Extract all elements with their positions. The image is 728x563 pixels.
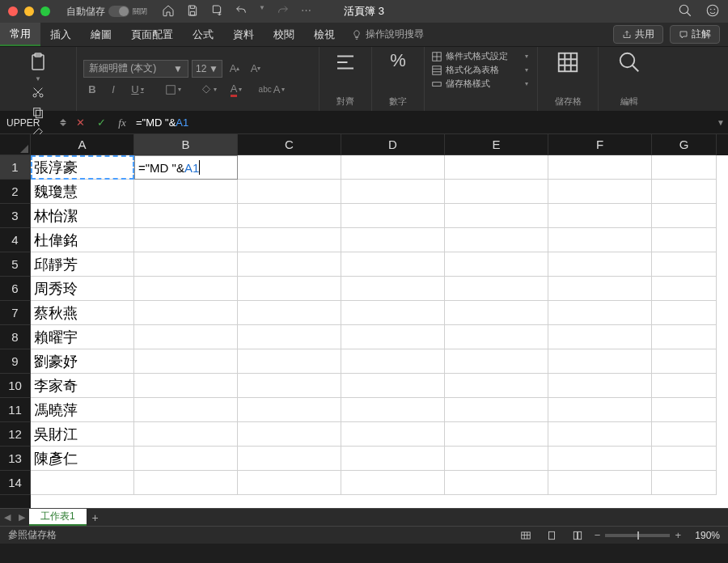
cell[interactable]: 蔡秋燕 <box>31 301 134 325</box>
row-header[interactable]: 11 <box>0 398 31 422</box>
tab-view[interactable]: 檢視 <box>304 23 345 46</box>
row-header[interactable]: 4 <box>0 228 31 252</box>
cell[interactable] <box>134 180 238 204</box>
cell[interactable] <box>652 422 717 447</box>
cell[interactable] <box>548 155 652 180</box>
cell[interactable] <box>548 301 652 325</box>
cell[interactable] <box>652 277 717 301</box>
normal-view-button[interactable] <box>517 528 535 543</box>
sheet-nav-next[interactable]: ▶ <box>15 512 29 523</box>
cell[interactable] <box>134 447 238 471</box>
cell[interactable] <box>341 374 445 398</box>
row-header[interactable]: 1 <box>0 155 31 180</box>
cell[interactable]: 陳彥仁 <box>31 447 134 471</box>
col-header-d[interactable]: D <box>341 134 445 155</box>
sheet-nav-prev[interactable]: ◀ <box>0 512 15 523</box>
cell[interactable] <box>238 228 341 252</box>
cell[interactable] <box>652 447 717 471</box>
close-window-button[interactable] <box>8 6 18 16</box>
cell[interactable] <box>652 301 717 325</box>
fx-button[interactable]: fx <box>112 116 133 129</box>
cell[interactable] <box>445 155 548 180</box>
tell-me-search[interactable]: 操作說明搜尋 <box>351 28 424 41</box>
row-header[interactable]: 9 <box>0 349 31 374</box>
cell[interactable] <box>445 277 548 301</box>
cell[interactable] <box>238 398 341 422</box>
row-header[interactable]: 8 <box>0 325 31 349</box>
cell[interactable]: 魏瓊慧 <box>31 180 134 204</box>
cell[interactable] <box>238 155 341 180</box>
italic-button[interactable]: I <box>104 81 122 99</box>
col-header-b[interactable]: B <box>134 134 238 155</box>
autosave-toggle[interactable]: 自動儲存 關閉 <box>66 5 147 19</box>
cell[interactable] <box>238 325 341 349</box>
cell[interactable] <box>341 180 445 204</box>
row-header[interactable]: 5 <box>0 252 31 277</box>
increase-font-icon[interactable]: A▴ <box>226 60 243 78</box>
cell[interactable] <box>652 325 717 349</box>
cell[interactable]: 劉豪妤 <box>31 349 134 374</box>
cell[interactable] <box>445 471 548 495</box>
share-button[interactable]: 共用 <box>613 25 663 44</box>
cell[interactable] <box>341 155 445 180</box>
row-header[interactable]: 10 <box>0 374 31 398</box>
tab-insert[interactable]: 插入 <box>40 23 81 46</box>
undo-dropdown-icon[interactable]: ▼ <box>259 4 265 19</box>
col-header-c[interactable]: C <box>238 134 341 155</box>
cell[interactable] <box>134 277 238 301</box>
col-header-f[interactable]: F <box>548 134 652 155</box>
cell[interactable] <box>238 277 341 301</box>
cell[interactable] <box>238 471 341 495</box>
cell[interactable] <box>548 228 652 252</box>
cell[interactable] <box>341 422 445 447</box>
cell[interactable] <box>341 471 445 495</box>
cell[interactable] <box>652 471 717 495</box>
cell[interactable] <box>652 349 717 374</box>
cell[interactable] <box>445 228 548 252</box>
tab-review[interactable]: 校閱 <box>264 23 304 46</box>
cell[interactable] <box>31 471 134 495</box>
cell[interactable] <box>652 204 717 228</box>
cell[interactable]: 吳財江 <box>31 422 134 447</box>
cell[interactable] <box>652 252 717 277</box>
cell[interactable]: 張淳豪 <box>31 155 134 180</box>
undo-icon[interactable] <box>235 4 248 19</box>
cell[interactable] <box>445 349 548 374</box>
tab-formulas[interactable]: 公式 <box>183 23 223 46</box>
cell[interactable]: 馮曉萍 <box>31 398 134 422</box>
number-format-button[interactable]: % <box>378 50 418 71</box>
col-header-a[interactable]: A <box>31 134 134 155</box>
cell[interactable]: ="MD "&A1 <box>134 155 238 180</box>
row-header[interactable]: 6 <box>0 277 31 301</box>
cell[interactable] <box>445 374 548 398</box>
cell[interactable] <box>548 422 652 447</box>
cell[interactable] <box>134 471 238 495</box>
add-sheet-button[interactable]: + <box>87 511 104 524</box>
cell[interactable]: 邱靜芳 <box>31 252 134 277</box>
bold-button[interactable]: B <box>83 81 101 99</box>
cell[interactable] <box>548 471 652 495</box>
cell[interactable] <box>134 349 238 374</box>
tab-home[interactable]: 常用 <box>0 23 40 46</box>
paste-button[interactable]: ▼ <box>28 50 48 83</box>
cell[interactable]: 賴曜宇 <box>31 325 134 349</box>
row-header[interactable]: 2 <box>0 180 31 204</box>
redo-icon[interactable] <box>277 4 290 19</box>
cell[interactable] <box>134 374 238 398</box>
cancel-button[interactable]: ✕ <box>70 116 91 129</box>
cell[interactable] <box>341 204 445 228</box>
cell[interactable] <box>341 252 445 277</box>
cells-button[interactable] <box>548 50 588 74</box>
cell[interactable] <box>445 325 548 349</box>
cell[interactable] <box>238 374 341 398</box>
cell[interactable] <box>238 447 341 471</box>
font-name-select[interactable]: 新細明體 (本文)▼ <box>83 60 188 78</box>
cell[interactable] <box>341 301 445 325</box>
tab-page-layout[interactable]: 頁面配置 <box>121 23 183 46</box>
cell[interactable] <box>341 398 445 422</box>
cell[interactable] <box>548 374 652 398</box>
conditional-formatting-button[interactable]: 條件式格式設定▾ <box>431 50 528 62</box>
decrease-font-icon[interactable]: A▾ <box>247 60 265 78</box>
formula-input[interactable]: ="MD "&A1 <box>133 116 713 129</box>
cell[interactable] <box>341 325 445 349</box>
